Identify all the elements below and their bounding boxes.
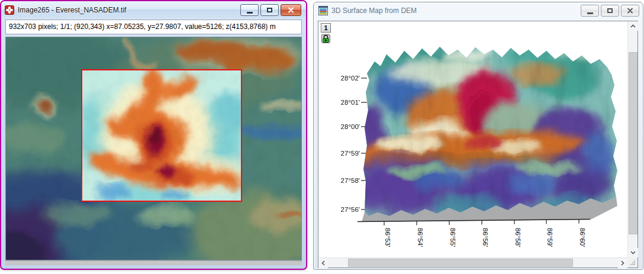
canvas-bottom-strip (5, 260, 302, 265)
y-tick-label: 28°02' (341, 75, 360, 82)
y-tick-label: 28°00' (341, 123, 360, 130)
restore-icon (267, 8, 272, 12)
origin-titlebar[interactable]: 3D Surface Map from DEM (314, 2, 643, 19)
minimize-icon (587, 12, 593, 14)
surface-plot[interactable]: 28°02' 28°01' 28°00' 27°59' 27°58' 27°56… (318, 21, 627, 257)
scroll-left-button[interactable] (318, 258, 328, 268)
imagej-image-window: Image265 - Everest_NASADEM.tif 932x703 p… (0, 0, 307, 270)
chevron-down-icon (630, 251, 636, 254)
chevron-left-icon (321, 260, 325, 266)
lock-button[interactable] (321, 34, 331, 44)
graph-page[interactable]: 28°02' 28°01' 28°00' 27°59' 27°58' 27°56… (318, 21, 638, 268)
x-tick-label: 86°53' (384, 228, 391, 247)
vertical-scroll-thumb[interactable] (629, 52, 637, 234)
chevron-up-icon (630, 24, 636, 28)
y-axis-labels: 28°02' 28°01' 28°00' 27°59' 27°58' 27°56… (341, 75, 360, 213)
restore-button[interactable] (260, 4, 279, 16)
y-tick-label: 27°56' (341, 206, 360, 213)
y-tick-label: 27°59' (341, 150, 360, 157)
chevron-right-icon (621, 260, 624, 266)
graph-window-icon (318, 6, 328, 15)
x-tick-label: 86°58' (514, 228, 521, 247)
surface-coloring (347, 39, 626, 228)
grip-dots-icon (630, 260, 636, 266)
close-icon (627, 8, 633, 14)
dem-image (6, 37, 301, 260)
horizontal-scrollbar[interactable] (318, 257, 627, 267)
minimize-button[interactable] (240, 4, 259, 16)
x-axis-labels: 86°53' 86°54' 86°55' 86°56' 86°58' 86°59… (384, 228, 586, 247)
imagej-titlebar[interactable]: Image265 - Everest_NASADEM.tif (1, 1, 306, 18)
x-tick-label: 86°60' (579, 228, 586, 247)
window-title: Image265 - Everest_NASADEM.tif (18, 6, 126, 14)
x-tick-label: 86°55' (449, 228, 456, 247)
window-title: 3D Surface Map from DEM (331, 7, 417, 15)
x-tick-label: 86°54' (417, 228, 424, 247)
origin-graph-window: 3D Surface Map from DEM (313, 2, 643, 270)
dem-image-canvas[interactable] (5, 37, 302, 260)
x-tick-label: 86°56' (482, 228, 489, 247)
restore-icon (607, 8, 613, 13)
status-bar: 932x703 pixels; 1/1; (920,343) x=87.0523… (5, 20, 302, 34)
minimize-button[interactable] (581, 5, 599, 17)
y-tick-label: 27°58' (341, 177, 360, 184)
imagej-app-icon (5, 5, 14, 15)
y-tick-label: 28°01' (341, 99, 360, 106)
restore-button[interactable] (601, 5, 619, 17)
close-button[interactable] (621, 5, 639, 17)
x-tick-label: 86°59' (546, 228, 553, 247)
green-lock-icon (321, 34, 331, 44)
vertical-scrollbar[interactable] (627, 21, 637, 257)
horizontal-scroll-thumb[interactable] (348, 259, 573, 267)
layer-1-button[interactable]: 1 (321, 23, 331, 33)
scroll-right-button[interactable] (618, 258, 627, 268)
scroll-down-button[interactable] (628, 248, 638, 257)
close-button[interactable] (281, 4, 301, 16)
desktop: Image265 - Everest_NASADEM.tif 932x703 p… (0, 0, 644, 274)
resize-grip[interactable] (627, 257, 637, 267)
minimize-icon (247, 12, 253, 14)
scroll-up-button[interactable] (628, 21, 638, 31)
close-icon (288, 7, 294, 13)
